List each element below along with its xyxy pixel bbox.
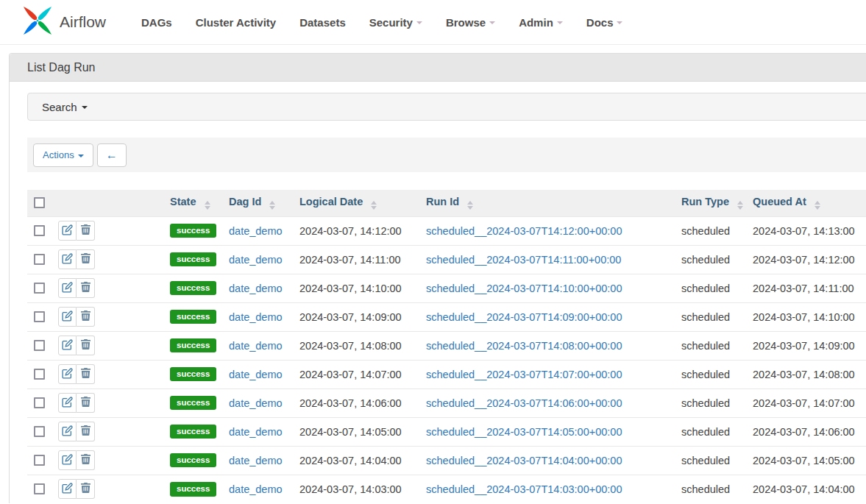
column-header[interactable]: State: [170, 190, 229, 216]
delete-button[interactable]: [77, 393, 95, 413]
table-row: success date_demo 2024-03-07, 14:05:00 s…: [27, 417, 866, 446]
dag-id-link[interactable]: date_demo: [229, 311, 283, 323]
actions-button[interactable]: Actions: [33, 143, 93, 167]
delete-button[interactable]: [77, 479, 95, 499]
edit-button[interactable]: [58, 249, 77, 269]
row-checkbox[interactable]: [34, 426, 45, 437]
table-row: success date_demo 2024-03-07, 14:07:00 s…: [27, 360, 866, 388]
state-cell: success: [170, 274, 229, 302]
nav-item[interactable]: Admin: [507, 16, 575, 29]
row-select-cell: [27, 216, 58, 245]
queued-at-cell: 2024-03-07, 14:13:00: [753, 216, 866, 245]
edit-button[interactable]: [58, 393, 77, 413]
nav-item[interactable]: Browse: [434, 16, 507, 29]
row-select-cell: [27, 446, 58, 475]
select-all-cell: [27, 190, 58, 216]
row-checkbox[interactable]: [34, 254, 45, 265]
delete-button[interactable]: [77, 278, 95, 298]
edit-button[interactable]: [58, 422, 77, 441]
column-header[interactable]: Logical Date: [299, 190, 426, 216]
run-id-link[interactable]: scheduled__2024-03-07T14:08:00+00:00: [426, 340, 622, 352]
edit-button[interactable]: [58, 307, 77, 327]
nav-item[interactable]: Security: [358, 16, 434, 29]
column-header[interactable]: Dag Id: [229, 190, 299, 216]
nav-item[interactable]: Cluster Activity: [184, 16, 288, 29]
nav-item[interactable]: Docs: [575, 16, 635, 29]
row-select-cell: [27, 360, 58, 388]
delete-button[interactable]: [77, 221, 95, 241]
column-header[interactable]: Run Id: [426, 190, 681, 216]
run-type-cell: scheduled: [681, 274, 753, 302]
dag-id-link[interactable]: date_demo: [229, 283, 283, 294]
select-all-checkbox[interactable]: [34, 197, 45, 208]
trash-icon: [81, 425, 90, 438]
row-checkbox[interactable]: [34, 455, 45, 466]
run-id-link[interactable]: scheduled__2024-03-07T14:09:00+00:00: [426, 311, 622, 323]
table-row: success date_demo 2024-03-07, 14:11:00 s…: [27, 245, 866, 274]
row-checkbox[interactable]: [34, 397, 45, 408]
row-checkbox[interactable]: [34, 483, 45, 494]
row-checkbox[interactable]: [34, 225, 45, 236]
run-id-link[interactable]: scheduled__2024-03-07T14:04:00+00:00: [426, 455, 622, 466]
delete-button[interactable]: [77, 249, 95, 269]
dag-id-link[interactable]: date_demo: [229, 225, 283, 237]
logical-date-cell: 2024-03-07, 14:06:00: [299, 388, 426, 417]
nav-item[interactable]: Datasets: [288, 16, 358, 29]
dag-id-cell: date_demo: [229, 331, 299, 360]
delete-button[interactable]: [77, 422, 95, 441]
run-id-cell: scheduled__2024-03-07T14:05:00+00:00: [426, 417, 681, 446]
trash-icon: [81, 483, 90, 495]
run-id-link[interactable]: scheduled__2024-03-07T14:06:00+00:00: [426, 397, 622, 409]
column-header[interactable]: Queued At: [753, 190, 866, 216]
column-header[interactable]: Run Type: [681, 190, 753, 216]
nav-item[interactable]: DAGs: [129, 16, 184, 29]
run-type-cell: scheduled: [681, 360, 753, 388]
dag-id-link[interactable]: date_demo: [229, 483, 283, 495]
delete-button[interactable]: [77, 307, 95, 327]
main-nav: DAGs Cluster Activity Datasets Security …: [129, 16, 634, 29]
dag-id-cell: date_demo: [229, 388, 299, 417]
airflow-brand[interactable]: Airflow: [22, 5, 106, 39]
dag-id-link[interactable]: date_demo: [229, 426, 283, 438]
row-checkbox[interactable]: [34, 369, 45, 380]
back-button[interactable]: ←: [97, 143, 127, 167]
dag-run-table: State Dag Id Logical Date Run Id Run Typ…: [27, 190, 866, 503]
row-actions-cell: [58, 360, 170, 388]
chevron-down-icon: [489, 21, 495, 24]
sort-icon: [269, 201, 275, 210]
delete-button[interactable]: [77, 336, 95, 355]
run-id-link[interactable]: scheduled__2024-03-07T14:05:00+00:00: [426, 426, 622, 438]
dag-id-link[interactable]: date_demo: [229, 340, 283, 352]
state-cell: success: [170, 475, 229, 503]
edit-button[interactable]: [58, 364, 77, 384]
dag-id-link[interactable]: date_demo: [229, 455, 283, 466]
run-id-link[interactable]: scheduled__2024-03-07T14:07:00+00:00: [426, 369, 622, 380]
dag-id-link[interactable]: date_demo: [229, 397, 283, 409]
logical-date-cell: 2024-03-07, 14:05:00: [299, 417, 426, 446]
edit-button[interactable]: [58, 278, 77, 298]
run-id-link[interactable]: scheduled__2024-03-07T14:03:00+00:00: [426, 483, 622, 495]
delete-button[interactable]: [77, 364, 95, 384]
edit-button[interactable]: [58, 479, 77, 499]
navbar: Airflow DAGs Cluster Activity Datasets S…: [0, 0, 866, 45]
edit-button[interactable]: [58, 221, 77, 241]
dag-id-cell: date_demo: [229, 302, 299, 331]
run-id-link[interactable]: scheduled__2024-03-07T14:11:00+00:00: [426, 254, 621, 266]
edit-pencil-icon: [62, 368, 73, 381]
dag-id-link[interactable]: date_demo: [229, 254, 283, 266]
state-cell: success: [170, 331, 229, 360]
run-id-link[interactable]: scheduled__2024-03-07T14:10:00+00:00: [426, 283, 622, 294]
edit-pencil-icon: [62, 483, 73, 496]
delete-button[interactable]: [77, 450, 95, 470]
run-id-link[interactable]: scheduled__2024-03-07T14:12:00+00:00: [426, 225, 622, 237]
logical-date-cell: 2024-03-07, 14:09:00: [299, 302, 426, 331]
row-checkbox[interactable]: [34, 283, 45, 294]
search-dropdown[interactable]: Search: [27, 93, 866, 121]
queued-at-cell: 2024-03-07, 14:08:00: [753, 360, 866, 388]
edit-button[interactable]: [58, 450, 77, 470]
row-checkbox[interactable]: [34, 311, 45, 322]
state-badge: success: [170, 396, 216, 411]
row-checkbox[interactable]: [34, 340, 45, 351]
dag-id-link[interactable]: date_demo: [229, 369, 283, 380]
edit-button[interactable]: [58, 336, 77, 355]
